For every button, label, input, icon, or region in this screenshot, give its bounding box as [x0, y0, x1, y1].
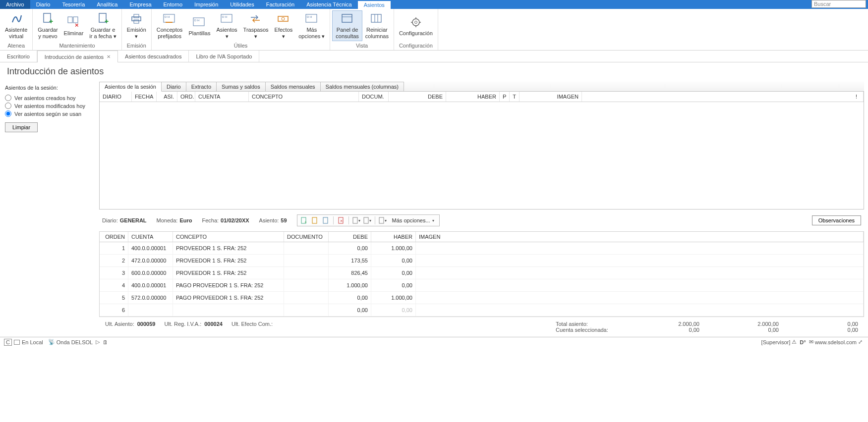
warning-icon[interactable]: ⚠: [792, 339, 797, 345]
table-row[interactable]: 5572.0.0.00000PAGO PROVEEDOR 1 S. FRA: 2…: [100, 292, 864, 304]
status-site[interactable]: www.sdelsol.com: [815, 339, 857, 345]
svg-text:D  H: D H: [194, 19, 199, 22]
asientos-button[interactable]: D H Asientos ▾: [213, 11, 240, 40]
table-row[interactable]: 3600.0.0.00000PROVEEDOR 1 S. FRA: 252826…: [100, 267, 864, 279]
tab-asientos-descuadrados[interactable]: Asientos descuadrados: [118, 51, 189, 62]
svg-point-25: [412, 19, 419, 26]
panel-consultas-button[interactable]: Panel de consultas: [332, 10, 362, 41]
play-icon[interactable]: ▷: [96, 339, 100, 345]
limpiar-button[interactable]: Limpiar: [5, 122, 38, 132]
subtab-saldos-cols[interactable]: Saldos mensuales (columnas): [320, 82, 404, 91]
menu-analitica[interactable]: Analítica: [91, 0, 123, 9]
plantillas-button[interactable]: D H Plantillas: [185, 14, 213, 38]
lcol-cuenta[interactable]: CUENTA: [128, 232, 173, 242]
menu-diario[interactable]: Diario: [30, 0, 57, 9]
asistente-virtual-button[interactable]: Asistente virtual: [2, 11, 30, 40]
entry-lines-grid[interactable]: ORDEN CUENTA CONCEPTO DOCUMENTO DEBE HAB…: [99, 231, 864, 317]
doc-action2-icon[interactable]: ▾: [363, 216, 372, 225]
svg-point-26: [414, 21, 417, 23]
radio-segun-usan[interactable]: Ver asientos según se usan: [5, 110, 94, 117]
close-icon[interactable]: ✕: [107, 54, 111, 59]
col-imagen[interactable]: IMAGEN: [520, 92, 582, 102]
doc-action1-icon[interactable]: ▾: [352, 216, 361, 225]
radio-creados-hoy[interactable]: Ver asientos creados hoy: [5, 95, 94, 101]
col-alert[interactable]: !: [582, 92, 864, 102]
svg-rect-33: [312, 217, 317, 223]
col-ord[interactable]: ORD.: [177, 92, 195, 102]
menu-entorno[interactable]: Entorno: [158, 0, 189, 9]
col-concepto[interactable]: CONCEPTO: [249, 92, 359, 102]
col-t[interactable]: T: [510, 92, 520, 102]
mail-icon[interactable]: ✉: [809, 339, 813, 345]
traspasos-button[interactable]: Traspasos ▾: [240, 11, 272, 40]
conceptos-prefijados-button[interactable]: D H Conceptos prefijados: [154, 11, 186, 40]
menu-utilidades[interactable]: Utilidades: [224, 0, 260, 9]
col-p[interactable]: P: [500, 92, 510, 102]
subtab-diario[interactable]: Diario: [161, 82, 186, 91]
doc-copy-icon[interactable]: [321, 216, 330, 225]
lcol-imagen[interactable]: IMAGEN: [416, 232, 864, 242]
lcol-documento[interactable]: DOCUMENTO: [284, 232, 329, 242]
session-grid[interactable]: DIARIO FECHA ASI. ORD. CUENTA CONCEPTO D…: [99, 92, 864, 210]
pin-icon[interactable]: ⤢: [858, 339, 863, 345]
mas-opciones-button[interactable]: D H Más opciones ▾: [295, 11, 328, 40]
svg-rect-7: [132, 17, 141, 21]
menu-facturacion[interactable]: Facturación: [260, 0, 300, 9]
menu-archivo[interactable]: Archivo: [0, 0, 30, 9]
menu-empresa[interactable]: Empresa: [123, 0, 157, 9]
efectos-button[interactable]: Efectos ▾: [272, 11, 296, 40]
menu-asientos[interactable]: Asientos: [358, 0, 391, 9]
col-docum[interactable]: DOCUM.: [359, 92, 389, 102]
table-row[interactable]: 2472.0.0.00000PROVEEDOR 1 S. FRA: 252173…: [100, 255, 864, 267]
col-cuenta[interactable]: CUENTA: [195, 92, 249, 102]
col-asi[interactable]: ASI.: [157, 92, 177, 102]
svg-text:+: +: [105, 17, 109, 25]
menu-asistencia[interactable]: Asistencia Técnica: [300, 0, 358, 9]
calendar-icon[interactable]: 🗓: [103, 339, 108, 345]
col-debe[interactable]: DEBE: [389, 92, 446, 102]
panel-icon: [340, 12, 355, 26]
col-diario[interactable]: DIARIO: [100, 92, 132, 102]
doc-edit-icon[interactable]: [310, 216, 319, 225]
tab-introduccion-asientos[interactable]: Introducción de asientos✕: [37, 51, 118, 62]
subtab-saldos-m[interactable]: Saldos mensuales: [265, 82, 321, 91]
eliminar-button[interactable]: × Eliminar: [61, 14, 87, 38]
svg-point-17: [282, 17, 285, 20]
col-fecha[interactable]: FECHA: [132, 92, 157, 102]
transfer-icon: [248, 12, 264, 26]
status-c-badge: C: [4, 339, 12, 346]
status-onda[interactable]: Onda DELSOL: [57, 339, 93, 345]
guardar-ir-fecha-button[interactable]: + Guardar e ir a fecha ▾: [86, 11, 119, 40]
svg-text:+: +: [304, 220, 307, 224]
entry-header: Diario:GENERAL Moneda:Euro Fecha:01/02/2…: [99, 210, 864, 231]
lcol-haber[interactable]: HABER: [371, 232, 416, 242]
mas-opciones-dropdown[interactable]: Más opciones...▾: [389, 216, 437, 224]
table-row[interactable]: 1400.0.0.00001PROVEEDOR 1 S. FRA: 2520,0…: [100, 242, 864, 255]
configuracion-button[interactable]: Configuración: [396, 14, 436, 38]
lcol-orden[interactable]: ORDEN: [100, 232, 128, 242]
emision-button[interactable]: Emisión ▾: [124, 11, 149, 40]
form-icon: D H: [162, 12, 177, 26]
d-icon[interactable]: D°: [800, 339, 806, 345]
menu-tesoreria[interactable]: Tesorería: [56, 0, 91, 9]
tab-libro-iva[interactable]: Libro de IVA Soportado: [189, 51, 259, 62]
menu-impresion[interactable]: Impresión: [188, 0, 224, 9]
lcol-debe[interactable]: DEBE: [329, 232, 371, 242]
tab-escritorio[interactable]: Escritorio: [0, 51, 37, 62]
lcol-concepto[interactable]: CONCEPTO: [173, 232, 284, 242]
doc-action3-icon[interactable]: ▾: [378, 216, 387, 225]
subtab-sumas[interactable]: Sumas y saldos: [216, 82, 266, 91]
reiniciar-columnas-button[interactable]: Reiniciar columnas: [362, 11, 392, 40]
doc-delete-icon[interactable]: ×: [337, 216, 346, 225]
table-row[interactable]: 4400.0.0.00001PAGO PROVEEDOR 1 S. FRA: 2…: [100, 279, 864, 292]
observaciones-button[interactable]: Observaciones: [812, 215, 861, 225]
statusbar: C En Local 📡 Onda DELSOL ▷ 🗓 [Supervisor…: [0, 337, 868, 347]
guardar-nuevo-button[interactable]: + Guardar y nuevo: [35, 11, 60, 40]
col-haber[interactable]: HABER: [446, 92, 500, 102]
radio-modificados-hoy[interactable]: Ver asientos modificados hoy: [5, 103, 94, 109]
subtab-extracto[interactable]: Extracto: [186, 82, 217, 91]
search-input[interactable]: Buscar: [811, 0, 866, 8]
table-row[interactable]: 60,000,00: [100, 304, 864, 316]
subtab-sesion[interactable]: Asientos de la sesión: [99, 82, 162, 92]
doc-new-icon[interactable]: +: [299, 216, 308, 225]
